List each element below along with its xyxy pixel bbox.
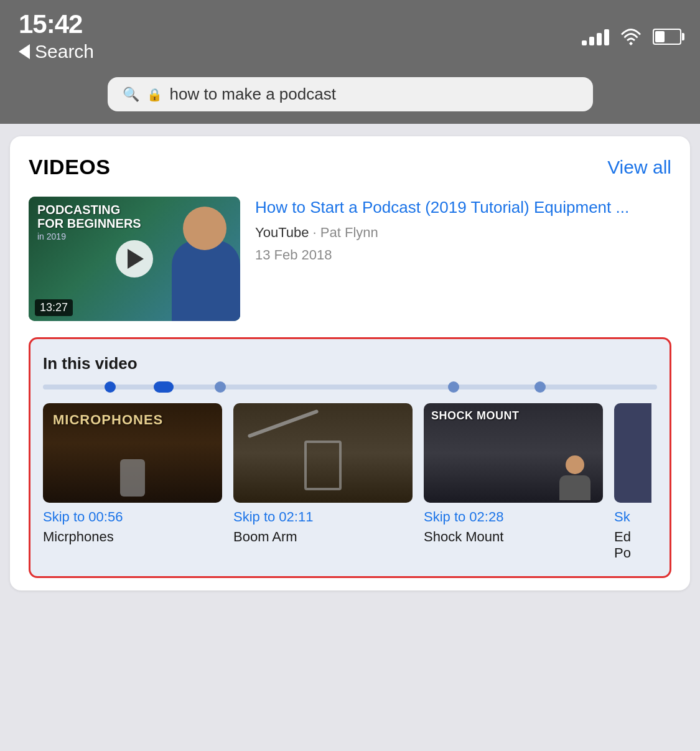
progress-dot-4 xyxy=(448,381,459,393)
search-icon: 🔍 xyxy=(123,86,139,103)
shock-mount-person xyxy=(559,455,590,493)
section-title: VIDEOS xyxy=(29,155,110,179)
status-right xyxy=(582,28,681,45)
source-author: Pat Flynn xyxy=(320,225,378,240)
segment-thumb-4 xyxy=(614,403,651,503)
progress-dot-1 xyxy=(105,381,116,393)
seg-label-4a: Ed xyxy=(614,529,651,545)
battery-icon xyxy=(653,29,681,45)
play-icon xyxy=(128,249,144,269)
videos-card: VIDEOS View all PODCASTING FOR BEGINNERS… xyxy=(10,136,690,590)
seg-skip-2[interactable]: Skip to 02:11 xyxy=(233,509,413,525)
video-thumbnail[interactable]: PODCASTING FOR BEGINNERS in 2019 13:27 xyxy=(29,197,240,321)
video-info: How to Start a Podcast (2019 Tutorial) E… xyxy=(255,197,671,321)
segment-partial[interactable]: Sk Ed Po xyxy=(614,403,651,561)
segment-thumb-1: MICROPHONES xyxy=(43,403,222,503)
signal-bars-icon xyxy=(582,28,609,45)
segment-shock-mount[interactable]: SHOCK MOUNT Skip to 02:28 Shock Mount xyxy=(424,403,603,561)
back-button[interactable]: Search xyxy=(19,41,94,62)
in-this-video-title: In this video xyxy=(43,354,657,373)
play-button[interactable] xyxy=(116,240,153,278)
progress-dot-2 xyxy=(154,381,174,393)
seg-label-1: Micrphones xyxy=(43,529,222,545)
progress-dot-3 xyxy=(215,381,226,393)
video-source: YouTube · Pat Flynn xyxy=(255,225,671,241)
boom-arm-shape xyxy=(304,441,342,490)
seg-label-2: Boom Arm xyxy=(233,529,413,545)
boom-arm-horizontal xyxy=(248,409,319,439)
source-separator: · xyxy=(313,225,320,240)
seg-label-4b: Po xyxy=(614,545,651,561)
view-all-link[interactable]: View all xyxy=(607,157,671,178)
source-name: YouTube xyxy=(255,225,309,240)
segment-microphones[interactable]: MICROPHONES Skip to 00:56 Micrphones xyxy=(43,403,222,561)
address-bar: 🔍 🔒 how to make a podcast xyxy=(0,71,700,124)
thumbnail-text: PODCASTING FOR BEGINNERS in 2019 xyxy=(37,203,141,241)
lock-icon: 🔒 xyxy=(147,87,162,102)
segment-boom-arm[interactable]: Skip to 02:11 Boom Arm xyxy=(233,403,413,561)
battery-level xyxy=(655,31,665,42)
person-face xyxy=(183,207,226,250)
seg-label-3: Shock Mount xyxy=(424,529,603,545)
segment-thumb-3: SHOCK MOUNT xyxy=(424,403,603,503)
seg-skip-1[interactable]: Skip to 00:56 xyxy=(43,509,222,525)
progress-dot-5 xyxy=(534,381,546,393)
person-body xyxy=(172,240,240,321)
segments-row: MICROPHONES Skip to 00:56 Micrphones Ski… xyxy=(43,403,657,561)
section-header: VIDEOS View all xyxy=(29,155,671,179)
main-content: VIDEOS View all PODCASTING FOR BEGINNERS… xyxy=(0,124,700,603)
in-this-video-section: In this video MICROPHONES xyxy=(29,337,671,578)
thumb-subtitle-line: FOR BEGINNERS xyxy=(37,217,141,230)
address-input[interactable]: 🔍 🔒 how to make a podcast xyxy=(108,77,593,111)
progress-bar[interactable] xyxy=(43,385,657,389)
thumb-year: in 2019 xyxy=(37,231,141,241)
segment-thumb-2 xyxy=(233,403,413,503)
seg-label-4: Ed Po xyxy=(614,529,651,561)
back-arrow-icon xyxy=(19,44,30,59)
video-title[interactable]: How to Start a Podcast (2019 Tutorial) E… xyxy=(255,197,671,218)
seg-skip-3[interactable]: Skip to 02:28 xyxy=(424,509,603,525)
seg-thumb-text-1: MICROPHONES xyxy=(53,412,163,428)
status-time: 15:42 xyxy=(19,11,94,37)
progress-track xyxy=(43,385,657,389)
status-bar: 15:42 Search xyxy=(0,0,700,71)
back-label: Search xyxy=(35,41,94,62)
seg-skip-4[interactable]: Sk xyxy=(614,509,651,525)
thumb-title: PODCASTING xyxy=(37,203,141,217)
mic-icon xyxy=(120,459,145,497)
video-duration: 13:27 xyxy=(35,299,73,316)
search-query: how to make a podcast xyxy=(170,85,578,104)
video-result: PODCASTING FOR BEGINNERS in 2019 13:27 H… xyxy=(29,197,671,321)
video-date: 13 Feb 2018 xyxy=(255,247,671,263)
seg-thumb-label-3: SHOCK MOUNT xyxy=(431,409,520,422)
wifi-icon xyxy=(620,28,642,45)
status-left: 15:42 Search xyxy=(19,11,94,62)
